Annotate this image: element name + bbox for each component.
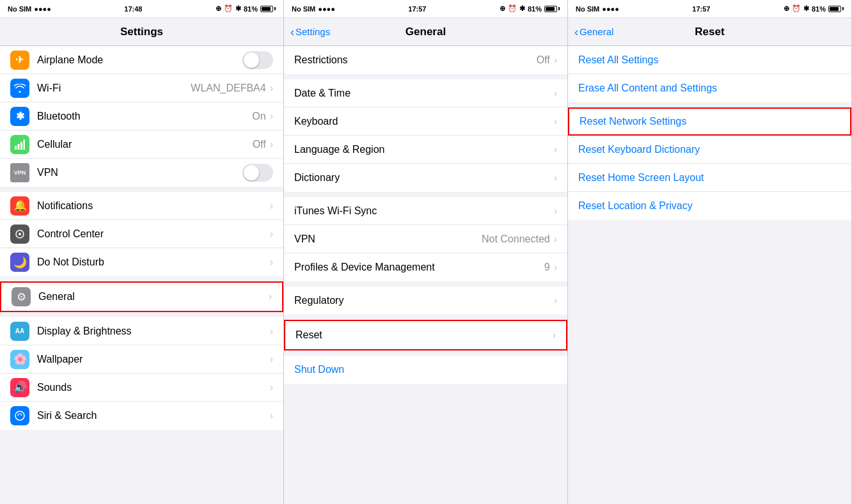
signal-icon-2: ●●●● bbox=[318, 5, 335, 13]
reset-item-all-settings[interactable]: Reset All Settings bbox=[568, 46, 851, 74]
erase-label: Erase All Content and Settings bbox=[578, 83, 717, 94]
siri-icon bbox=[10, 406, 29, 425]
reset-item-keyboard[interactable]: Reset Keyboard Dictionary bbox=[568, 136, 851, 164]
settings-item-siri[interactable]: Siri & Search › bbox=[0, 402, 283, 430]
settings-item-wifi[interactable]: Wi-Fi WLAN_DEFBA4 › bbox=[0, 74, 283, 102]
general-list: Restrictions Off › Date & Time › Keyboar… bbox=[284, 46, 567, 504]
vpn-icon: VPN bbox=[10, 163, 29, 182]
svg-rect-1 bbox=[18, 144, 20, 150]
location-icon-3: ⊕ bbox=[784, 4, 789, 13]
bluetooth-icon-3: ✱ bbox=[803, 4, 809, 13]
signal-icon-3: ●●●● bbox=[602, 5, 619, 13]
general-item-regulatory[interactable]: Regulatory › bbox=[284, 287, 567, 315]
cellular-chevron: › bbox=[270, 139, 273, 150]
wifi-value: WLAN_DEFBA4 bbox=[191, 83, 265, 94]
vpn-toggle[interactable] bbox=[242, 164, 273, 182]
nav-bar-reset: ‹ General Reset bbox=[568, 18, 851, 46]
general-item-language[interactable]: Language & Region › bbox=[284, 136, 567, 164]
status-right-3: ⊕ ⏰ ✱ 81% bbox=[784, 4, 844, 13]
itunes-label: iTunes Wi-Fi Sync bbox=[294, 205, 554, 217]
sounds-label: Sounds bbox=[37, 382, 270, 393]
carrier-2: No SIM bbox=[292, 5, 315, 13]
reset-item-home-screen[interactable]: Reset Home Screen Layout bbox=[568, 164, 851, 192]
reset-item-location[interactable]: Reset Location & Privacy bbox=[568, 192, 851, 220]
reset-network-label: Reset Network Settings bbox=[580, 116, 686, 127]
regulatory-label: Regulatory bbox=[294, 295, 554, 306]
settings-item-display[interactable]: AA Display & Brightness › bbox=[0, 317, 283, 345]
back-chevron-reset: ‹ bbox=[574, 26, 578, 38]
back-button-general[interactable]: ‹ Settings bbox=[290, 26, 330, 38]
general-item-profiles[interactable]: Profiles & Device Management 9 › bbox=[284, 253, 567, 281]
svg-rect-3 bbox=[24, 139, 26, 150]
time-1: 17:48 bbox=[124, 5, 142, 13]
restrictions-label: Restrictions bbox=[294, 54, 537, 66]
back-button-reset[interactable]: ‹ General bbox=[574, 26, 613, 38]
wifi-icon bbox=[10, 79, 29, 98]
status-bar-3: No SIM ●●●● 17:57 ⊕ ⏰ ✱ 81% bbox=[568, 0, 851, 18]
vpn2-chevron: › bbox=[554, 233, 557, 245]
location-icon-2: ⊕ bbox=[500, 4, 505, 13]
settings-item-dnd[interactable]: 🌙 Do Not Disturb › bbox=[0, 248, 283, 276]
settings-panel: No SIM ●●●● 17:48 ⊕ ⏰ ✱ 81% Settings ✈ A… bbox=[0, 0, 284, 504]
section-reset-all: Reset All Settings Erase All Content and… bbox=[568, 46, 851, 102]
battery-icon-2 bbox=[544, 6, 560, 12]
airplane-icon: ✈ bbox=[10, 51, 29, 70]
dnd-icon: 🌙 bbox=[10, 253, 29, 272]
section-restrictions: Restrictions Off › bbox=[284, 46, 567, 74]
settings-item-control-center[interactable]: Control Center › bbox=[0, 220, 283, 248]
dictionary-chevron: › bbox=[554, 172, 557, 184]
bluetooth-value: On bbox=[252, 111, 265, 122]
status-right-1: ⊕ ⏰ ✱ 81% bbox=[216, 4, 276, 13]
vpn-label: VPN bbox=[37, 167, 242, 178]
general-item-keyboard[interactable]: Keyboard › bbox=[284, 107, 567, 136]
vpn2-value: Not Connected bbox=[482, 233, 550, 245]
general-item-itunes[interactable]: iTunes Wi-Fi Sync › bbox=[284, 197, 567, 225]
section-notifications: 🔔 Notifications › Control Center › 🌙 Do … bbox=[0, 192, 283, 276]
reset-item-erase[interactable]: Erase All Content and Settings bbox=[568, 74, 851, 102]
wifi-label: Wi-Fi bbox=[37, 83, 191, 94]
settings-item-airplane[interactable]: ✈ Airplane Mode bbox=[0, 46, 283, 74]
settings-item-vpn[interactable]: VPN VPN bbox=[0, 159, 283, 187]
cellular-label: Cellular bbox=[37, 139, 253, 150]
svg-rect-2 bbox=[20, 142, 22, 150]
section-shutdown: Shut Down bbox=[284, 356, 567, 384]
general-item-reset[interactable]: Reset › bbox=[285, 321, 566, 349]
alarm-icon-3: ⏰ bbox=[792, 4, 801, 13]
sounds-icon: 🔊 bbox=[10, 378, 29, 397]
settings-item-general[interactable]: ⚙ General › bbox=[1, 283, 282, 311]
restrictions-value: Off bbox=[537, 54, 550, 66]
settings-item-bluetooth[interactable]: ✱ Bluetooth On › bbox=[0, 102, 283, 130]
wallpaper-chevron: › bbox=[270, 354, 273, 365]
general-item-vpn[interactable]: VPN Not Connected › bbox=[284, 225, 567, 253]
sounds-chevron: › bbox=[270, 382, 273, 393]
status-bar-1: No SIM ●●●● 17:48 ⊕ ⏰ ✱ 81% bbox=[0, 0, 283, 18]
reset-panel: No SIM ●●●● 17:57 ⊕ ⏰ ✱ 81% ‹ General Re… bbox=[568, 0, 852, 504]
settings-item-notifications[interactable]: 🔔 Notifications › bbox=[0, 192, 283, 220]
reset-list: Reset All Settings Erase All Content and… bbox=[568, 46, 851, 504]
signal-icon-1: ●●●● bbox=[34, 5, 51, 13]
itunes-chevron: › bbox=[554, 205, 557, 217]
display-label: Display & Brightness bbox=[37, 326, 270, 337]
settings-item-wallpaper[interactable]: 🌸 Wallpaper › bbox=[0, 345, 283, 374]
general-item-datetime[interactable]: Date & Time › bbox=[284, 79, 567, 107]
reset-label: Reset bbox=[296, 329, 553, 341]
back-label-reset: General bbox=[580, 26, 613, 37]
section-regulatory: Regulatory › bbox=[284, 287, 567, 315]
carrier-1: No SIM bbox=[8, 5, 31, 13]
general-item-restrictions[interactable]: Restrictions Off › bbox=[284, 46, 567, 74]
section-connectivity: ✈ Airplane Mode Wi-Fi WLAN_DEFBA4 › bbox=[0, 46, 283, 187]
siri-chevron: › bbox=[270, 410, 273, 421]
settings-item-sounds[interactable]: 🔊 Sounds › bbox=[0, 374, 283, 402]
reset-item-network[interactable]: Reset Network Settings bbox=[568, 107, 851, 136]
settings-item-cellular[interactable]: Cellular Off › bbox=[0, 130, 283, 159]
reset-all-settings-label: Reset All Settings bbox=[578, 54, 658, 66]
svg-point-6 bbox=[15, 411, 24, 420]
airplane-toggle[interactable] bbox=[242, 51, 273, 69]
section-general: ⚙ General › bbox=[0, 281, 283, 312]
general-item-shutdown[interactable]: Shut Down bbox=[284, 356, 567, 384]
control-center-icon bbox=[10, 224, 29, 244]
notifications-icon: 🔔 bbox=[10, 196, 29, 216]
reset-chevron: › bbox=[553, 329, 556, 341]
general-item-dictionary[interactable]: Dictionary › bbox=[284, 164, 567, 192]
bluetooth-icon-2: ✱ bbox=[519, 4, 525, 13]
